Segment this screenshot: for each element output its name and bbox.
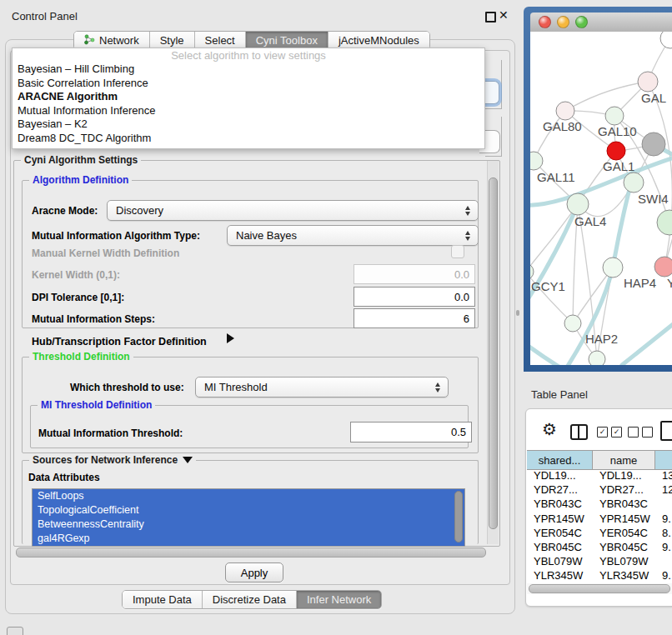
network-node-gal10[interactable] bbox=[605, 107, 624, 125]
network-node-gal80[interactable] bbox=[556, 102, 574, 120]
tab-select[interactable]: Select bbox=[195, 32, 246, 49]
tab-impute-data[interactable]: Impute Data bbox=[123, 591, 203, 608]
network-node[interactable] bbox=[660, 32, 672, 48]
gear-icon[interactable]: ⚙ bbox=[542, 421, 557, 438]
zoom-window-icon[interactable] bbox=[575, 16, 588, 28]
tab-style[interactable]: Style bbox=[150, 32, 195, 49]
algorithm-definition-title: Algorithm Definition bbox=[29, 174, 132, 186]
data-attributes-label: Data Attributes bbox=[28, 472, 100, 483]
table-cell: YDR27... bbox=[527, 482, 593, 497]
settings-scrollbar-thumb[interactable] bbox=[489, 178, 498, 529]
algorithm-popup-list: Bayesian – Hill ClimbingBasic Correlatio… bbox=[13, 62, 484, 145]
tab-network[interactable]: Network bbox=[74, 32, 150, 49]
application-screen: Control Panel ✕ NetworkStyleSelectCyni T… bbox=[0, 0, 672, 635]
node-label-gal10: GAL10 bbox=[598, 124, 637, 138]
attribute-item-gal4rgexp[interactable]: gal4RGexp bbox=[33, 532, 464, 546]
table-row[interactable]: YBR045CYBR045C9. bbox=[527, 540, 672, 554]
network-node-gal11[interactable] bbox=[530, 152, 543, 170]
tab-label: Infer Network bbox=[307, 593, 371, 606]
close-window-icon[interactable] bbox=[539, 16, 551, 28]
hub-expand-arrow-icon[interactable] bbox=[227, 333, 234, 343]
network-node-swi4[interactable] bbox=[624, 172, 644, 192]
table-hscrollbar-track[interactable] bbox=[527, 583, 672, 594]
settings-hscrollbar-track[interactable] bbox=[15, 548, 497, 558]
tab-discretize-data[interactable]: Discretize Data bbox=[203, 591, 297, 608]
algorithm-option-dream8-dc-tdc-algorithm[interactable]: Dream8 DC_TDC Algorithm bbox=[13, 132, 484, 146]
table-header[interactable]: shared...name bbox=[527, 450, 672, 470]
algorithm-option-aracne-algorithm[interactable]: ARACNE Algorithm bbox=[13, 90, 484, 104]
minimized-window-icon[interactable] bbox=[7, 627, 23, 635]
sources-title-row[interactable]: Sources for Network Inference bbox=[29, 454, 196, 466]
document-icon[interactable] bbox=[660, 421, 672, 441]
select-all-icon[interactable]: ✓ ✓ bbox=[597, 427, 622, 438]
hub-definition-label[interactable]: Hub/Transcription Factor Definition bbox=[32, 336, 207, 348]
mi-threshold-field[interactable]: 0.5 bbox=[350, 422, 472, 442]
tab-cyni-toolbox[interactable]: Cyni Toolbox bbox=[246, 32, 328, 49]
tab-infer-network[interactable]: Infer Network bbox=[297, 591, 381, 608]
network-node-hap4[interactable] bbox=[603, 258, 623, 278]
list-scrollbar-thumb[interactable] bbox=[454, 491, 463, 542]
mi-type-combo[interactable]: Naive Bayes bbox=[227, 225, 479, 246]
splitter-handle[interactable] bbox=[516, 310, 519, 316]
network-node-gcy1[interactable] bbox=[530, 263, 534, 280]
network-node-y[interactable] bbox=[654, 257, 672, 277]
table-row[interactable]: YER054CYER054C8. bbox=[527, 526, 672, 540]
algorithm-option-mutual-information-inference[interactable]: Mutual Information Inference bbox=[13, 104, 484, 118]
column-header-shared[interactable]: shared... bbox=[527, 451, 593, 469]
network-window-titlebar[interactable] bbox=[530, 12, 672, 32]
node-label-gal4: GAL4 bbox=[574, 214, 606, 228]
unchecked-box-icon bbox=[642, 427, 653, 438]
manual-kernel-checkbox[interactable] bbox=[451, 245, 464, 258]
table-row[interactable]: YDR27...YDR27...12 bbox=[527, 482, 672, 497]
settings-hscrollbar-thumb[interactable] bbox=[16, 548, 486, 558]
kernel-width-field[interactable]: 0.0 bbox=[354, 264, 475, 284]
close-panel-icon[interactable]: ✕ bbox=[499, 8, 509, 22]
network-node-gal[interactable] bbox=[638, 72, 658, 92]
table-row[interactable]: YBL079WYBL079W bbox=[527, 554, 672, 568]
attribute-item-betweennesscentrality[interactable]: BetweennessCentrality bbox=[33, 518, 464, 532]
table-row[interactable]: YPR145WYPR145W9. bbox=[527, 512, 672, 526]
table-cell: YBR043C bbox=[593, 497, 655, 511]
column-header-name[interactable]: name bbox=[593, 451, 655, 469]
combo-stepper-icon bbox=[432, 382, 444, 392]
table-cell: 13 bbox=[655, 468, 672, 482]
algorithm-option-bayesian-hill-climbing[interactable]: Bayesian – Hill Climbing bbox=[13, 62, 484, 77]
network-node-hap2[interactable] bbox=[564, 315, 581, 332]
control-panel-title: Control Panel bbox=[12, 10, 78, 22]
tab-label: Network bbox=[99, 34, 139, 47]
table-row[interactable]: YLR345WYLR345W9. bbox=[527, 568, 672, 582]
aracne-mode-combo[interactable]: Discovery bbox=[107, 200, 479, 221]
network-node-gal4[interactable] bbox=[567, 193, 589, 215]
network-node[interactable] bbox=[589, 351, 605, 365]
network-node[interactable] bbox=[642, 132, 665, 156]
tab-jactivemnodules[interactable]: jActiveMNodules bbox=[328, 32, 429, 49]
mi-type-label: Mutual Information Algorithm Type: bbox=[32, 230, 200, 242]
table-cell: YDL19... bbox=[527, 468, 593, 482]
float-window-icon[interactable] bbox=[485, 12, 496, 22]
which-threshold-combo[interactable]: MI Threshold bbox=[195, 377, 449, 398]
deselect-all-icon[interactable] bbox=[628, 427, 653, 438]
node-label-gal80: GAL80 bbox=[543, 119, 582, 133]
dpi-tolerance-field[interactable]: 0.0 bbox=[354, 287, 475, 307]
table-hscrollbar-thumb[interactable] bbox=[529, 584, 670, 593]
table-cell: YBR045C bbox=[527, 540, 593, 554]
algorithm-option-bayesian-k2[interactable]: Bayesian – K2 bbox=[13, 118, 484, 132]
attribute-item-topologicalcoefficient[interactable]: TopologicalCoefficient bbox=[33, 503, 464, 518]
network-node[interactable] bbox=[657, 210, 672, 235]
table-row[interactable]: YDL19...YDL19...13 bbox=[527, 468, 672, 482]
minimize-window-icon[interactable] bbox=[557, 16, 569, 28]
mi-steps-field[interactable]: 6 bbox=[354, 308, 475, 328]
sources-collapse-arrow-icon[interactable] bbox=[183, 457, 193, 463]
network-canvas[interactable]: GALGAL80GAL10GAL1GAL11SWI4GAL4GCY1HAP4YH… bbox=[530, 32, 672, 365]
apply-button[interactable]: Apply bbox=[225, 562, 283, 582]
algorithm-option-basic-correlation-inference[interactable]: Basic Correlation Inference bbox=[13, 77, 484, 91]
table-cell: YDL19... bbox=[593, 468, 655, 482]
split-columns-icon[interactable] bbox=[570, 424, 588, 440]
settings-scrollbar-track[interactable] bbox=[487, 161, 499, 544]
attribute-item-selfloops[interactable]: SelfLoops bbox=[33, 489, 464, 503]
table-row[interactable]: YBR043CYBR043C bbox=[527, 497, 672, 511]
manual-kernel-label: Manual Kernel Width Definition bbox=[32, 248, 179, 259]
column-header-cut[interactable] bbox=[655, 451, 672, 469]
network-node-gal1[interactable] bbox=[607, 142, 625, 160]
which-threshold-value: MI Threshold bbox=[204, 381, 432, 393]
